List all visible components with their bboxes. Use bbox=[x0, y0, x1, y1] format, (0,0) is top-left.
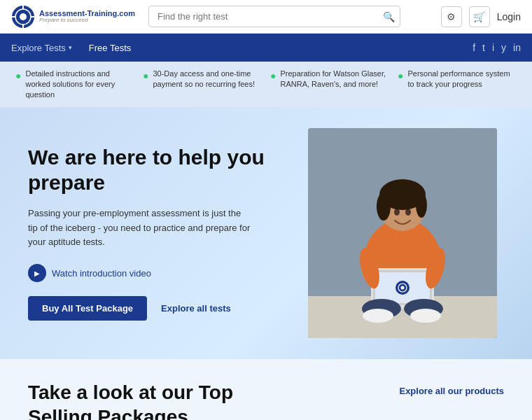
svg-point-13 bbox=[416, 192, 427, 218]
svg-point-24 bbox=[363, 309, 393, 323]
settings-icon: ⚙ bbox=[447, 11, 456, 22]
explore-all-tests-link[interactable]: Explore all tests bbox=[161, 303, 231, 314]
explore-products-link[interactable]: Explore all our products bbox=[399, 386, 504, 396]
chevron-down-icon: ▾ bbox=[69, 44, 72, 51]
feature-item-2: ● 30-Day access and one-time payment so … bbox=[143, 69, 262, 90]
feature-item-3: ● Preparation for Watson Glaser, RANRA, … bbox=[270, 69, 389, 90]
search-button[interactable]: 🔍 bbox=[383, 11, 395, 22]
facebook-icon[interactable]: f bbox=[472, 42, 475, 53]
hero-section: We are here to help you prepare Passing … bbox=[0, 107, 532, 359]
hero-title: We are here to help you prepare bbox=[28, 145, 294, 195]
cta-buttons: Buy All Test Package Explore all tests bbox=[28, 296, 294, 321]
settings-button[interactable]: ⚙ bbox=[441, 6, 462, 27]
svg-point-12 bbox=[377, 192, 391, 220]
top-header: Assessment-Training.com Prepare to succe… bbox=[0, 0, 532, 34]
feature-dot-4: ● bbox=[398, 69, 403, 83]
nav-bar: Explore Tests ▾ Free Tests f t i y in bbox=[0, 34, 532, 62]
hero-text: We are here to help you prepare Passing … bbox=[28, 145, 294, 321]
nav-explore-tests[interactable]: Explore Tests ▾ bbox=[11, 43, 72, 53]
linkedin-icon[interactable]: in bbox=[513, 42, 521, 53]
search-bar: 🔍 bbox=[148, 6, 400, 27]
svg-point-2 bbox=[20, 13, 27, 20]
play-icon: ▶ bbox=[28, 264, 46, 282]
svg-point-14 bbox=[394, 209, 400, 216]
feature-item-1: ● Detailed instructions and worked solut… bbox=[15, 69, 134, 100]
cart-icon: 🛒 bbox=[473, 11, 485, 22]
header-right: ⚙ 🛒 Login bbox=[441, 6, 521, 27]
watch-video-link[interactable]: ▶ Watch introduction video bbox=[28, 264, 294, 282]
bottom-section: Take a look at our Top Selling Packages … bbox=[0, 359, 532, 420]
cart-button[interactable]: 🛒 bbox=[469, 6, 490, 27]
hero-image bbox=[308, 128, 497, 338]
nav-free-tests[interactable]: Free Tests bbox=[89, 43, 131, 53]
buy-all-test-button[interactable]: Buy All Test Package bbox=[28, 296, 147, 321]
feature-dot-3: ● bbox=[270, 69, 276, 83]
hero-description: Passing your pre-employment assessment i… bbox=[28, 206, 252, 250]
feature-dot-1: ● bbox=[15, 69, 21, 83]
logo-tagline: Prepare to succeed bbox=[39, 18, 135, 24]
twitter-icon[interactable]: t bbox=[482, 42, 485, 53]
feature-item-4: ● Personal performance system to track y… bbox=[398, 69, 517, 90]
features-bar: ● Detailed instructions and worked solut… bbox=[0, 62, 532, 107]
logo-area: Assessment-Training.com Prepare to succe… bbox=[11, 5, 137, 29]
instagram-icon[interactable]: i bbox=[492, 42, 494, 53]
feature-dot-2: ● bbox=[143, 69, 148, 83]
hero-image-svg bbox=[308, 128, 497, 338]
svg-point-15 bbox=[405, 209, 411, 216]
logo-icon bbox=[11, 5, 35, 29]
login-button[interactable]: Login bbox=[497, 11, 521, 22]
bottom-title: Take a look at our Top Selling Packages bbox=[28, 380, 266, 420]
nav-left: Explore Tests ▾ Free Tests bbox=[11, 43, 131, 53]
svg-point-21 bbox=[401, 286, 405, 289]
search-input[interactable] bbox=[148, 6, 400, 27]
svg-point-25 bbox=[410, 309, 441, 323]
nav-social-links: f t i y in bbox=[472, 42, 521, 53]
youtube-icon[interactable]: y bbox=[501, 42, 506, 53]
logo-text: Assessment-Training.com Prepare to succe… bbox=[39, 9, 135, 24]
